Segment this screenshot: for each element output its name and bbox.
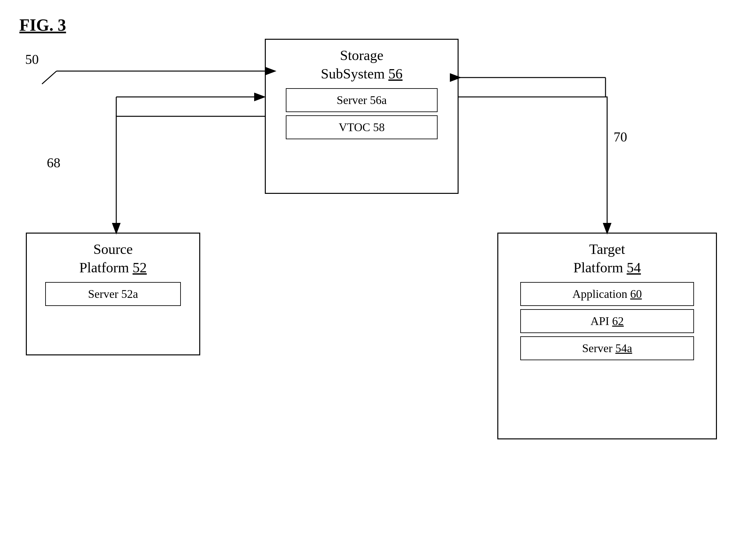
ref-50-label: 50	[25, 52, 39, 67]
storage-subsystem-title: Storage SubSystem 56	[272, 46, 451, 83]
server-52a-box: Server 52a	[45, 282, 181, 306]
svg-line-3	[42, 71, 57, 84]
ref-68-label: 68	[47, 155, 60, 171]
source-platform-title: Source Platform 52	[33, 240, 193, 277]
target-platform-title: Target Platform 54	[505, 240, 710, 277]
api-62-box: API 62	[520, 309, 694, 333]
ref-70-label: 70	[614, 129, 627, 145]
server-56a-box: Server 56a	[286, 88, 438, 112]
source-platform-box: Source Platform 52 Server 52a	[26, 233, 200, 355]
vtoc-58-box: VTOC 58	[286, 115, 438, 139]
storage-subsystem-box: Storage SubSystem 56 Server 56a VTOC 58	[265, 39, 459, 194]
server-54a-box: Server 54a	[520, 336, 694, 360]
figure-title: FIG. 3	[20, 15, 66, 35]
target-platform-box: Target Platform 54 Application 60 API 62…	[497, 233, 717, 439]
application-60-box: Application 60	[520, 282, 694, 306]
